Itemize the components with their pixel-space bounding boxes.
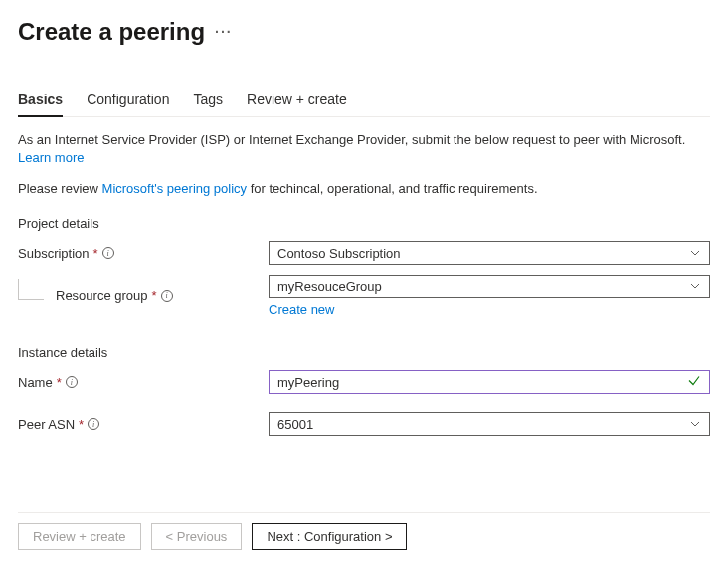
info-icon[interactable]: i [88,418,99,430]
tabs: Basics Configuration Tags Review + creat… [18,86,710,117]
info-icon[interactable]: i [102,247,114,259]
check-icon [687,374,701,391]
page-title: Create a peering [18,18,205,46]
previous-button[interactable]: < Previous [151,523,243,550]
required-indicator: * [79,417,84,432]
peering-policy-link[interactable]: Microsoft's peering policy [102,181,248,196]
resource-group-label: Resource group [56,288,148,303]
tab-configuration[interactable]: Configuration [87,86,169,117]
intro-text: As an Internet Service Provider (ISP) or… [18,132,685,147]
name-input-wrap [269,370,710,394]
learn-more-link[interactable]: Learn more [18,150,84,165]
peer-asn-select[interactable] [269,412,710,436]
required-indicator: * [93,246,98,261]
policy-prefix: Please review [18,181,102,196]
more-actions-icon[interactable]: ··· [215,24,233,40]
subscription-value[interactable] [277,246,701,261]
project-details-header: Project details [18,216,710,231]
next-button[interactable]: Next : Configuration > [252,523,407,550]
info-icon[interactable]: i [66,376,78,388]
peer-asn-label: Peer ASN [18,417,75,432]
peer-asn-value[interactable] [277,417,701,432]
required-indicator: * [152,288,157,303]
review-create-button[interactable]: Review + create [18,523,141,550]
resource-group-select[interactable] [269,275,710,298]
required-indicator: * [57,375,62,390]
tab-basics[interactable]: Basics [18,86,63,117]
tree-indent-line [18,279,44,300]
instance-details-header: Instance details [18,345,710,360]
resource-group-value[interactable] [277,280,701,294]
name-input[interactable] [277,375,701,390]
info-icon[interactable]: i [161,290,173,302]
create-new-link[interactable]: Create new [269,302,710,317]
subscription-label: Subscription [18,246,90,261]
name-label: Name [18,375,53,390]
tab-review-create[interactable]: Review + create [247,86,347,117]
subscription-select[interactable] [269,241,710,265]
policy-suffix: for techincal, operational, and traffic … [247,181,537,196]
footer-actions: Review + create < Previous Next : Config… [18,512,710,550]
tab-tags[interactable]: Tags [193,86,223,117]
